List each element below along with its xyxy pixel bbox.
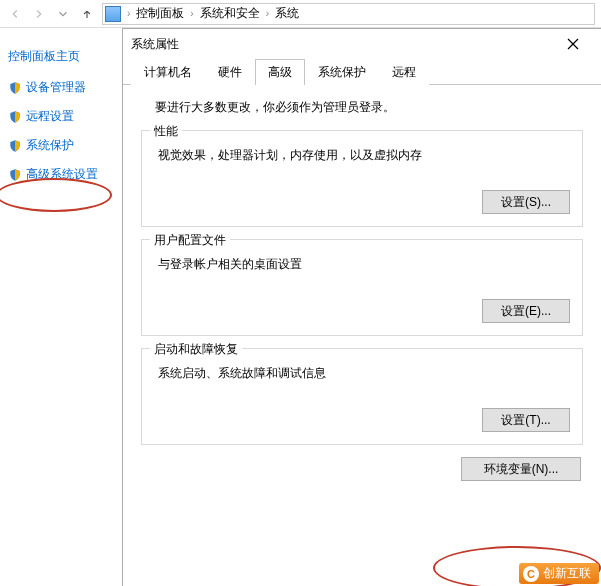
sidebar-item-remote-settings[interactable]: 远程设置 (8, 108, 114, 125)
shield-icon (8, 139, 22, 153)
chevron-right-icon: › (125, 8, 132, 19)
shield-icon (8, 110, 22, 124)
sidebar-item-device-manager[interactable]: 设备管理器 (8, 79, 114, 96)
user-profile-settings-button[interactable]: 设置(E)... (482, 299, 570, 323)
tabs: 计算机名 硬件 高级 系统保护 远程 (123, 59, 601, 85)
breadcrumb[interactable]: › 控制面板 › 系统和安全 › 系统 (102, 3, 595, 25)
sidebar: 控制面板主页 设备管理器 远程设置 系统保护 高级系统设置 (0, 28, 122, 586)
recent-dropdown-icon[interactable] (54, 5, 72, 23)
sidebar-item-system-protection[interactable]: 系统保护 (8, 137, 114, 154)
admin-note: 要进行大多数更改，你必须作为管理员登录。 (155, 99, 583, 116)
close-button[interactable] (553, 31, 593, 57)
performance-settings-button[interactable]: 设置(S)... (482, 190, 570, 214)
back-arrow-icon[interactable] (6, 5, 24, 23)
tab-advanced[interactable]: 高级 (255, 59, 305, 85)
watermark-logo-icon: C (523, 566, 539, 582)
sidebar-item-advanced-settings[interactable]: 高级系统设置 (8, 166, 114, 183)
chevron-right-icon: › (264, 8, 271, 19)
breadcrumb-item[interactable]: 系统和安全 (198, 5, 262, 22)
chevron-right-icon: › (188, 8, 195, 19)
annotation-circle (0, 178, 112, 212)
address-bar: › 控制面板 › 系统和安全 › 系统 (0, 0, 601, 28)
user-profile-group: 用户配置文件 与登录帐户相关的桌面设置 设置(E)... (141, 239, 583, 336)
forward-arrow-icon[interactable] (30, 5, 48, 23)
group-legend: 性能 (150, 123, 182, 140)
watermark-text: 创新互联 (543, 565, 591, 582)
startup-settings-button[interactable]: 设置(T)... (482, 408, 570, 432)
breadcrumb-item[interactable]: 控制面板 (134, 5, 186, 22)
group-description: 视觉效果，处理器计划，内存使用，以及虚拟内存 (158, 147, 570, 164)
sidebar-item-label: 远程设置 (26, 108, 74, 125)
performance-group: 性能 视觉效果，处理器计划，内存使用，以及虚拟内存 设置(S)... (141, 130, 583, 227)
system-properties-dialog: 系统属性 计算机名 硬件 高级 系统保护 远程 要进行大多数更改，你必须作为管理… (122, 28, 601, 586)
dialog-title: 系统属性 (131, 36, 553, 53)
group-description: 系统启动、系统故障和调试信息 (158, 365, 570, 382)
sidebar-home-link[interactable]: 控制面板主页 (8, 48, 114, 65)
sidebar-item-label: 系统保护 (26, 137, 74, 154)
tab-system-protection[interactable]: 系统保护 (305, 59, 379, 85)
group-description: 与登录帐户相关的桌面设置 (158, 256, 570, 273)
control-panel-icon (105, 6, 121, 22)
sidebar-item-label: 高级系统设置 (26, 166, 98, 183)
tab-remote[interactable]: 远程 (379, 59, 429, 85)
dialog-titlebar: 系统属性 (123, 29, 601, 59)
dialog-body: 要进行大多数更改，你必须作为管理员登录。 性能 视觉效果，处理器计划，内存使用，… (123, 85, 601, 586)
startup-recovery-group: 启动和故障恢复 系统启动、系统故障和调试信息 设置(T)... (141, 348, 583, 445)
group-legend: 启动和故障恢复 (150, 341, 242, 358)
sidebar-item-label: 设备管理器 (26, 79, 86, 96)
tab-hardware[interactable]: 硬件 (205, 59, 255, 85)
shield-icon (8, 168, 22, 182)
shield-icon (8, 81, 22, 95)
group-legend: 用户配置文件 (150, 232, 230, 249)
tab-computer-name[interactable]: 计算机名 (131, 59, 205, 85)
watermark: C 创新互联 (519, 563, 599, 584)
up-arrow-icon[interactable] (78, 5, 96, 23)
breadcrumb-item[interactable]: 系统 (273, 5, 301, 22)
environment-variables-button[interactable]: 环境变量(N)... (461, 457, 581, 481)
